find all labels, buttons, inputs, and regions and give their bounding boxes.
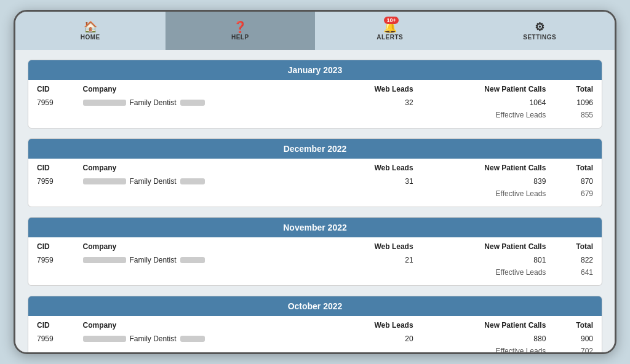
section-december-2022: December 2022 CID Company Web Leads New … [28,138,602,207]
col-company-nov: Company [79,237,328,253]
alerts-badge: 10+ [384,17,398,24]
section-november-2022: November 2022 CID Company Web Leads New … [28,217,602,286]
effective-leads-label-oct: Effective Leads [33,346,549,352]
redacted-company-suffix-nov [180,257,205,263]
col-total-nov: Total [549,237,597,253]
cid-oct: 7959 [33,332,79,346]
npc-dec: 839 [417,175,550,188]
total-dec: 870 [549,175,597,188]
web-leads-dec: 31 [328,175,417,188]
month-header-oct: October 2022 [28,296,602,316]
col-company-dec: Company [79,159,328,175]
redacted-company-name-dec [83,178,126,184]
cid-jan: 7959 [33,96,79,109]
redacted-company-name [83,100,126,106]
nav-item-home[interactable]: 🏠 HOME [15,12,165,50]
section-october-2022: October 2022 CID Company Web Leads New P… [28,296,602,352]
col-web-leads-dec: Web Leads [328,159,417,175]
effective-row-jan: Effective Leads 855 [33,109,597,123]
col-total: Total [549,80,597,96]
data-row-oct: 7959 Family Dentist 20 880 900 [33,332,597,346]
settings-label: SETTINGS [523,34,556,41]
cid-dec: 7959 [33,175,79,188]
col-company: Company [79,80,328,96]
total-nov: 822 [549,253,597,267]
month-header-dec: December 2022 [28,139,602,159]
home-icon: 🏠 [84,22,97,33]
month-header-nov: November 2022 [28,218,602,237]
web-leads-nov: 21 [328,253,417,267]
nav-item-alerts[interactable]: 🔔 10+ ALERTS [315,12,465,50]
company-dec: Family Dentist [79,175,328,188]
col-headers-dec: CID Company Web Leads New Patient Calls … [33,159,597,175]
nav-item-settings[interactable]: ⚙ SETTINGS [465,12,615,50]
help-label: HELP [231,34,249,41]
nav-bar: 🏠 HOME ❓ HELP 🔔 10+ ALERTS ⚙ SETTINGS [15,12,615,50]
company-oct: Family Dentist [79,332,328,346]
col-web-leads: Web Leads [328,80,417,96]
col-new-patient-calls: New Patient Calls [417,80,550,96]
col-cid: CID [33,80,79,96]
effective-row-oct: Effective Leads 702 [33,346,597,352]
col-cid-nov: CID [33,237,79,253]
device-frame: 🏠 HOME ❓ HELP 🔔 10+ ALERTS ⚙ SETTINGS Ja… [14,10,616,354]
col-headers-nov: CID Company Web Leads New Patient Calls … [33,237,597,253]
new-patient-calls-jan: 1064 [417,96,550,109]
cid-nov: 7959 [33,253,79,267]
month-header-jan: January 2023 [28,60,602,80]
effective-row-dec: Effective Leads 679 [33,188,597,202]
redacted-company-name-oct [83,336,126,342]
data-row-jan: 7959 Family Dentist 32 1064 1096 [33,96,597,109]
col-total-oct: Total [549,316,597,332]
effective-leads-value-jan: 855 [549,109,597,123]
col-headers-oct: CID Company Web Leads New Patient Calls … [33,316,597,332]
col-company-oct: Company [79,316,328,332]
effective-row-nov: Effective Leads 641 [33,267,597,280]
content-area[interactable]: January 2023 CID Company Web Leads New P… [15,50,615,352]
col-npc-oct: New Patient Calls [417,316,550,332]
col-web-leads-oct: Web Leads [328,316,417,332]
redacted-company-name-nov [83,257,126,263]
web-leads-oct: 20 [328,332,417,346]
redacted-company-suffix [180,100,205,106]
effective-leads-value-dec: 679 [549,188,597,202]
help-icon: ❓ [233,22,247,33]
col-npc-dec: New Patient Calls [417,159,550,175]
effective-leads-label-dec: Effective Leads [33,188,549,202]
nav-item-help[interactable]: ❓ HELP [165,12,316,50]
home-label: HOME [81,34,100,41]
effective-leads-value-oct: 702 [549,346,597,352]
col-total-dec: Total [549,159,597,175]
effective-leads-label-jan: Effective Leads [33,109,549,123]
company-jan: Family Dentist [79,96,328,109]
npc-nov: 801 [417,253,550,267]
effective-leads-value-nov: 641 [549,267,597,280]
col-npc-nov: New Patient Calls [417,237,550,253]
company-nov: Family Dentist [79,253,328,267]
settings-icon: ⚙ [535,22,544,33]
redacted-company-suffix-dec [180,178,205,184]
section-january-2023: January 2023 CID Company Web Leads New P… [28,60,602,129]
col-headers-jan: CID Company Web Leads New Patient Calls … [33,80,597,96]
redacted-company-suffix-oct [180,336,205,342]
col-cid-oct: CID [33,316,79,332]
data-row-nov: 7959 Family Dentist 21 801 822 [33,253,597,267]
alerts-label: ALERTS [377,34,403,41]
npc-oct: 880 [417,332,550,346]
total-jan: 1096 [549,96,597,109]
col-cid-dec: CID [33,159,79,175]
col-web-leads-nov: Web Leads [328,237,417,253]
data-row-dec: 7959 Family Dentist 31 839 870 [33,175,597,188]
effective-leads-label-nov: Effective Leads [33,267,549,280]
total-oct: 900 [549,332,597,346]
web-leads-jan: 32 [328,96,417,109]
